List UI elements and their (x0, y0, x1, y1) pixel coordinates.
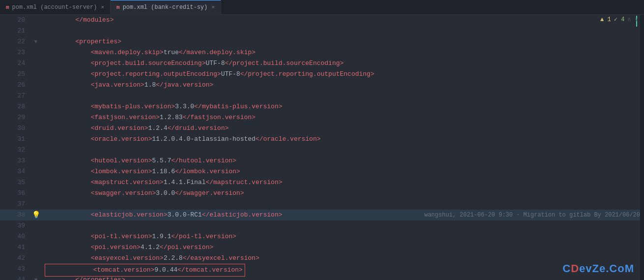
line-number: 21 (1, 26, 31, 36)
tab-close-2[interactable]: × (211, 4, 215, 10)
line-number: 32 (1, 145, 31, 156)
fold-column: ▼ (31, 275, 41, 280)
line-number: 29 (1, 112, 31, 123)
watermark: CDevZe.CoM (562, 262, 634, 275)
line-number: 35 (1, 177, 31, 188)
line-row: 39 (0, 220, 640, 231)
tab-account-server[interactable]: m pom.xml (account-server) × (0, 0, 111, 14)
line-row: 33 <hutool.version>5.5.7</hutool.version… (0, 156, 640, 166)
line-content (41, 199, 640, 210)
line-row: 26 <java.version>1.8</java.version> (0, 80, 640, 91)
line-row: 22▼ <properties> (0, 36, 640, 47)
tab-bank-credit[interactable]: m pom.xml (bank-credit-sy) × (111, 0, 221, 14)
watermark-red: D (571, 262, 579, 275)
line-number: 34 (1, 166, 31, 177)
tab-label-1: pom.xml (account-server) (12, 4, 97, 11)
line-content: <poi-tl.version>1.9.1</poi-tl.version> (41, 231, 640, 242)
line-content: <elasticjob.version>3.0.0-RC1</elasticjo… (41, 210, 419, 220)
line-content: <swagger.version>3.0.0</swagger.version> (41, 188, 640, 199)
line-content: <poi.version>4.1.2</poi.version> (41, 242, 640, 253)
line-content: <tomcat.version>9.0.44</tomcat.version> (41, 264, 640, 275)
line-content (41, 145, 640, 156)
fold-icon[interactable]: ▼ (34, 39, 38, 45)
check-indicator: ✓ 4 (614, 16, 625, 23)
bulb-icon: 💡 (32, 211, 40, 219)
line-number: 42 (1, 253, 31, 264)
tab-icon-1: m (6, 4, 9, 10)
line-row: 35 <mapstruct.version>1.4.1.Final</mapst… (0, 177, 640, 188)
line-content: <druid.version>1.2.4</druid.version> (41, 123, 640, 134)
fold-icon[interactable]: ▼ (34, 277, 38, 280)
watermark-prefix: C (562, 262, 571, 275)
line-number: 38 (1, 210, 31, 220)
line-number: 31 (1, 134, 31, 145)
tab-label-2: pom.xml (bank-credit-sy) (123, 4, 208, 11)
line-number: 30 (1, 123, 31, 134)
line-content: <project.build.sourceEncoding>UTF-8</pro… (41, 58, 640, 69)
line-content: <project.reporting.outputEncoding>UTF-8<… (41, 69, 640, 80)
line-content: <mybatis-plus.version>3.3.0</mybatis-plu… (41, 101, 640, 112)
code-editor[interactable]: 20 </modules>2122▼ <properties>23 <maven… (0, 15, 640, 280)
line-number: 27 (1, 91, 31, 101)
line-number: 28 (1, 101, 31, 112)
line-row: 20 </modules> (0, 15, 640, 26)
line-content: <mapstruct.version>1.4.1.Final</mapstruc… (41, 177, 640, 188)
line-content (41, 220, 640, 231)
line-content: <lombok.version>1.18.6</lombok.version> (41, 166, 640, 177)
line-content (41, 91, 640, 101)
line-row: 43 <tomcat.version>9.0.44</tomcat.versio… (0, 264, 640, 275)
line-row: 38💡 <elasticjob.version>3.0.0-RC1</elast… (0, 210, 640, 220)
line-row: 32 (0, 145, 640, 156)
line-row: 25 <project.reporting.outputEncoding>UTF… (0, 69, 640, 80)
line-row: 29 <fastjson.version>1.2.83</fastjson.ve… (0, 112, 640, 123)
line-number: 25 (1, 69, 31, 80)
warning-indicator: ▲ 1 (600, 16, 611, 23)
git-blame: wangshui, 2021-06-20 9:30 · Migration to… (419, 212, 640, 218)
line-number: 22 (1, 36, 31, 47)
tab-bar: m pom.xml (account-server) × m pom.xml (… (0, 0, 644, 15)
line-content: <hutool.version>5.5.7</hutool.version> (41, 156, 640, 166)
line-row: 42 <easyexcel.version>2.2.8</easyexcel.v… (0, 253, 640, 264)
line-number: 23 (1, 47, 31, 58)
line-row: 30 <druid.version>1.2.4</druid.version> (0, 123, 640, 134)
line-row: 36 <swagger.version>3.0.0</swagger.versi… (0, 188, 640, 199)
line-number: 44 (1, 275, 31, 280)
line-content: <easyexcel.version>2.2.8</easyexcel.vers… (41, 253, 640, 264)
line-row: 28 <mybatis-plus.version>3.3.0</mybatis-… (0, 101, 640, 112)
scrollbar[interactable] (640, 15, 644, 280)
line-content: </properties> (41, 275, 640, 280)
watermark-suffix: evZe.CoM (579, 262, 634, 275)
line-row: 37 (0, 199, 640, 210)
line-number: 20 (1, 15, 31, 26)
line-number: 37 (1, 199, 31, 210)
line-content: <properties> (41, 36, 640, 47)
line-number: 43 (1, 264, 31, 275)
line-content: </modules> (41, 15, 640, 26)
line-row: 44▼ </properties> (0, 275, 640, 280)
line-number: 36 (1, 188, 31, 199)
tab-close-1[interactable]: × (101, 4, 104, 10)
fold-column: 💡 (31, 210, 41, 221)
line-content (41, 26, 640, 36)
line-row: 31 <oracle.version>11.2.0.4.0-atlassian-… (0, 134, 640, 145)
fold-column: ▼ (31, 36, 41, 47)
line-row: 21 (0, 26, 640, 36)
line-number: 40 (1, 231, 31, 242)
line-row: 23 <maven.deploy.skip>true</maven.deploy… (0, 47, 640, 58)
arrows-indicator: ∧ ∨ (627, 16, 638, 23)
line-number: 39 (1, 220, 31, 231)
line-number: 26 (1, 80, 31, 91)
line-content: <fastjson.version>1.2.83</fastjson.versi… (41, 112, 640, 123)
line-row: 24 <project.build.sourceEncoding>UTF-8</… (0, 58, 640, 69)
line-number: 33 (1, 156, 31, 166)
line-content: <java.version>1.8</java.version> (41, 80, 640, 91)
line-content: <oracle.version>11.2.0.4.0-atlassian-hos… (41, 134, 640, 145)
line-row: 27 (0, 91, 640, 101)
line-row: 34 <lombok.version>1.18.6</lombok.versio… (0, 166, 640, 177)
top-indicators: ▲ 1 ✓ 4 ∧ ∨ (600, 16, 638, 23)
line-row: 40 <poi-tl.version>1.9.1</poi-tl.version… (0, 231, 640, 242)
line-number: 41 (1, 242, 31, 253)
line-content: <maven.deploy.skip>true</maven.deploy.sk… (41, 47, 640, 58)
line-row: 41 <poi.version>4.1.2</poi.version> (0, 242, 640, 253)
editor-area: 20 </modules>2122▼ <properties>23 <maven… (0, 15, 644, 280)
